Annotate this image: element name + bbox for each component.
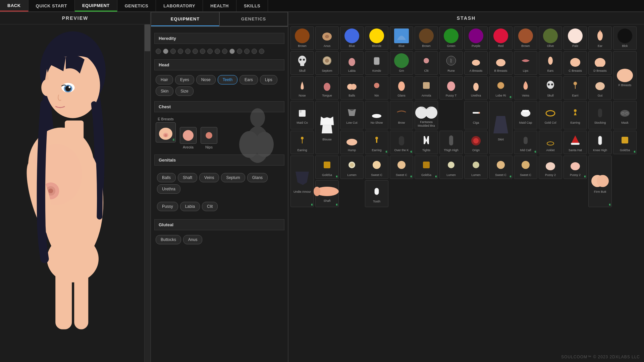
- stash-item-ears[interactable]: Ears: [539, 51, 562, 75]
- stash-item-maid-co[interactable]: Maid Co: [290, 101, 314, 129]
- nav-genetics[interactable]: GENETICS: [117, 0, 156, 11]
- head-btn-size[interactable]: Size: [175, 86, 193, 96]
- stash-item-olive[interactable]: Olive: [539, 26, 562, 50]
- stash-item-tooth[interactable]: Tooth: [365, 180, 388, 207]
- nav-skills[interactable]: SKILLS: [236, 0, 268, 11]
- stash-item-lobe-ri[interactable]: Lobe Ri E: [489, 76, 513, 100]
- stash-item-septom[interactable]: Septom: [315, 51, 339, 75]
- gluteal-btn-anus[interactable]: Anus: [183, 235, 202, 244]
- stash-item-black[interactable]: Blck: [613, 26, 637, 50]
- chest-nips-icon[interactable]: [201, 127, 217, 144]
- stash-item-gut[interactable]: Gut: [588, 76, 612, 100]
- back-button[interactable]: BACK: [0, 0, 29, 11]
- stash-item-over-the-k[interactable]: Over the K E: [390, 131, 413, 154]
- stash-item-pussy2-2[interactable]: Pussy 2 E: [564, 156, 587, 179]
- stash-item-tights[interactable]: Tights: [415, 131, 438, 154]
- stash-item-grn[interactable]: Grn: [390, 51, 413, 75]
- head-btn-hair[interactable]: Hair: [156, 75, 173, 84]
- stash-item-sweet-c2[interactable]: Sweet C E: [390, 156, 413, 179]
- stash-item-earring3[interactable]: Earring E: [365, 131, 388, 154]
- stash-item-goldsa1[interactable]: GoldSa E: [613, 131, 637, 154]
- genitals-btn-glans[interactable]: Glans: [247, 173, 268, 182]
- stash-item-anklet[interactable]: Anklet: [539, 131, 562, 154]
- stash-item-gold-col[interactable]: Gold Col: [539, 101, 562, 129]
- stash-item-red[interactable]: Red: [489, 26, 513, 50]
- stash-item-brown2[interactable]: Brown: [415, 26, 438, 50]
- stash-item-thigh-high[interactable]: Thigh High: [439, 131, 463, 154]
- stash-item-shaft[interactable]: Shaft E: [315, 180, 339, 207]
- stash-item-green[interactable]: Green: [439, 26, 463, 50]
- stash-item-hump[interactable]: Hump: [340, 131, 364, 154]
- stash-item-knee-high[interactable]: Knee High: [588, 131, 612, 154]
- stash-item-tongue[interactable]: Tongue: [315, 76, 339, 100]
- stash-item-rune[interactable]: ᚱ Rune: [439, 51, 463, 75]
- stash-item-fantasea-bra[interactable]: Fantasea Moulded Bra: [415, 101, 438, 129]
- stash-item-c-breasts[interactable]: C Breasts: [564, 51, 587, 75]
- stash-item-glans[interactable]: Glans: [390, 76, 413, 100]
- nav-equipment[interactable]: EQUIPMENT: [75, 0, 117, 11]
- stash-item-earring1[interactable]: Earring: [564, 101, 587, 129]
- stash-item-balls[interactable]: Balls: [340, 76, 364, 100]
- stash-item-blue[interactable]: Blue: [340, 26, 364, 50]
- stash-item-blue2[interactable]: Blue: [390, 26, 413, 50]
- genitals-btn-urethra[interactable]: Urethra: [157, 184, 180, 194]
- head-btn-teeth[interactable]: Teeth: [218, 75, 237, 84]
- stash-item-a-breasts[interactable]: A Breasts: [464, 51, 488, 75]
- stash-item-skull[interactable]: Skull: [290, 51, 314, 75]
- stash-item-sweet-c3[interactable]: Sweet C E: [489, 156, 513, 179]
- stash-item-sweet-c4[interactable]: Sweet C: [514, 156, 537, 179]
- nav-quick-start[interactable]: QUICK START: [29, 0, 75, 11]
- stash-item-skirt[interactable]: Skirt: [489, 101, 513, 154]
- stash-item-kondo[interactable]: Kondo: [365, 51, 388, 75]
- tab-genetics[interactable]: GENETICS: [219, 12, 288, 26]
- stash-item-urethra[interactable]: Urethra: [464, 76, 488, 100]
- stash-item-orign[interactable]: Orign: [464, 131, 488, 154]
- stash-item-blouse[interactable]: Blouse: [315, 101, 339, 154]
- stash-item-lumen1[interactable]: Lumen: [340, 156, 364, 179]
- chest-breasts-slot[interactable]: E Breasts E: [156, 117, 176, 142]
- stash-item-lumen2[interactable]: Lumen: [439, 156, 463, 179]
- genitals-btn-balls[interactable]: Balls: [157, 173, 176, 182]
- stash-item-purple[interactable]: Purple: [464, 26, 488, 50]
- stash-item-sweet-c1[interactable]: Sweet C: [365, 156, 388, 179]
- stash-item-earri[interactable]: Earri: [564, 76, 587, 100]
- tab-equipment[interactable]: EQUIPMENT: [151, 12, 219, 26]
- stash-item-f-breasts[interactable]: F Breasts: [613, 51, 637, 100]
- stash-item-ear[interactable]: Ear: [588, 26, 612, 50]
- stash-item-low-cut[interactable]: Low Cut: [340, 101, 364, 129]
- stash-item-pale[interactable]: Pale: [564, 26, 587, 50]
- preview-scrollbar[interactable]: [144, 24, 150, 362]
- stash-item-labia-stash[interactable]: Labia: [340, 51, 364, 75]
- stash-item-nose[interactable]: Nose: [290, 76, 314, 100]
- stash-item-b-breasts[interactable]: B Breasts: [489, 51, 513, 75]
- stash-item-pussy-t[interactable]: Pussy T: [439, 76, 463, 100]
- stash-item-mask[interactable]: Mask: [613, 101, 637, 129]
- gluteal-btn-buttocks[interactable]: Buttocks: [156, 235, 181, 244]
- stash-item-brow[interactable]: Brow: [390, 101, 413, 129]
- head-btn-nose[interactable]: Nose: [196, 75, 216, 84]
- stash-item-lumen3[interactable]: Lumen: [464, 156, 488, 179]
- stash-item-brown3[interactable]: Brown: [514, 26, 537, 50]
- genitals-btn-labia[interactable]: Labia: [180, 202, 200, 211]
- stash-item-skull2[interactable]: Skull: [539, 76, 562, 100]
- chest-areola-icon[interactable]: [180, 127, 197, 144]
- chest-nips-slot[interactable]: Nips: [201, 127, 217, 149]
- genitals-btn-pussy[interactable]: Pussy: [157, 202, 178, 211]
- stash-item-earring2[interactable]: Earring: [290, 131, 314, 154]
- stash-item-nin[interactable]: Nin: [365, 76, 388, 100]
- genitals-btn-clit[interactable]: Clit: [202, 202, 218, 211]
- stash-item-blonde[interactable]: Blonde: [365, 26, 388, 50]
- head-btn-eyes[interactable]: Eyes: [175, 75, 194, 84]
- stash-item-anus[interactable]: Anus: [315, 26, 339, 50]
- scrollbar-thumb[interactable]: [145, 24, 150, 51]
- stash-item-ciga[interactable]: Ciga: [464, 101, 488, 129]
- head-btn-skin[interactable]: Skin: [156, 86, 173, 96]
- stash-item-no-show[interactable]: No Show: [365, 101, 388, 129]
- stash-item-d-breasts[interactable]: D Breasts: [588, 51, 612, 75]
- stash-item-santa-hat[interactable]: Santa Hat: [564, 131, 587, 154]
- stash-item-clit[interactable]: Clit: [415, 51, 438, 75]
- genitals-btn-shaft[interactable]: Shaft: [178, 173, 197, 182]
- head-btn-ears[interactable]: Ears: [239, 75, 258, 84]
- chest-areola-slot[interactable]: Areola: [180, 127, 197, 149]
- nav-health[interactable]: HEALTH: [203, 0, 236, 11]
